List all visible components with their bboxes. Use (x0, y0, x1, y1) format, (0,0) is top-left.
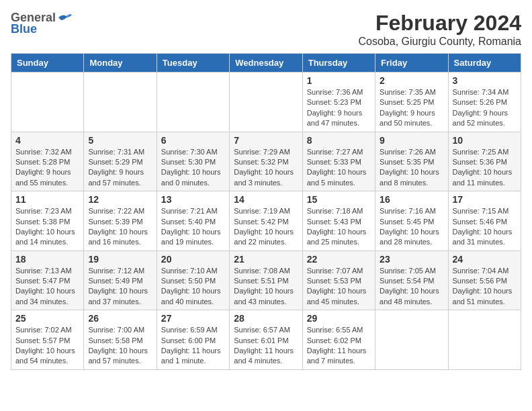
col-friday: Friday (375, 54, 448, 73)
day-number: 23 (380, 254, 443, 265)
day-info: Sunrise: 7:21 AM Sunset: 5:40 PM Dayligh… (161, 206, 225, 248)
calendar-cell: 19Sunrise: 7:12 AM Sunset: 5:49 PM Dayli… (84, 250, 157, 310)
calendar-cell: 3Sunrise: 7:34 AM Sunset: 5:26 PM Daylig… (448, 73, 521, 132)
calendar-cell: 20Sunrise: 7:10 AM Sunset: 5:50 PM Dayli… (157, 250, 229, 310)
calendar-cell (448, 310, 521, 370)
day-number: 27 (161, 313, 225, 324)
calendar-cell: 24Sunrise: 7:04 AM Sunset: 5:56 PM Dayli… (448, 250, 521, 310)
day-number: 8 (307, 135, 371, 146)
day-info: Sunrise: 7:05 AM Sunset: 5:54 PM Dayligh… (380, 266, 443, 308)
day-number: 3 (453, 75, 517, 86)
day-info: Sunrise: 7:30 AM Sunset: 5:30 PM Dayligh… (161, 147, 225, 189)
calendar-cell: 11Sunrise: 7:23 AM Sunset: 5:38 PM Dayli… (11, 191, 84, 251)
day-info: Sunrise: 7:08 AM Sunset: 5:51 PM Dayligh… (234, 266, 298, 308)
col-saturday: Saturday (448, 54, 521, 73)
day-number: 22 (307, 254, 371, 265)
calendar-cell: 8Sunrise: 7:27 AM Sunset: 5:33 PM Daylig… (302, 132, 375, 191)
day-info: Sunrise: 6:59 AM Sunset: 6:00 PM Dayligh… (161, 325, 225, 367)
calendar-cell (11, 73, 84, 132)
calendar-cell: 13Sunrise: 7:21 AM Sunset: 5:40 PM Dayli… (157, 191, 229, 251)
day-info: Sunrise: 7:22 AM Sunset: 5:39 PM Dayligh… (88, 206, 152, 248)
day-number: 15 (307, 194, 371, 205)
logo: General Blue (11, 11, 73, 36)
day-info: Sunrise: 7:26 AM Sunset: 5:35 PM Dayligh… (380, 147, 443, 189)
calendar-cell (157, 73, 229, 132)
calendar-cell: 18Sunrise: 7:13 AM Sunset: 5:47 PM Dayli… (11, 250, 84, 310)
day-info: Sunrise: 7:32 AM Sunset: 5:28 PM Dayligh… (15, 147, 79, 189)
day-info: Sunrise: 7:07 AM Sunset: 5:53 PM Dayligh… (307, 266, 371, 308)
calendar-cell: 17Sunrise: 7:15 AM Sunset: 5:46 PM Dayli… (448, 191, 521, 251)
day-info: Sunrise: 7:19 AM Sunset: 5:42 PM Dayligh… (234, 206, 298, 248)
day-info: Sunrise: 7:34 AM Sunset: 5:26 PM Dayligh… (453, 87, 517, 129)
day-info: Sunrise: 7:36 AM Sunset: 5:23 PM Dayligh… (307, 87, 371, 129)
page-subtitle: Cosoba, Giurgiu County, Romania (359, 36, 522, 48)
calendar-cell: 6Sunrise: 7:30 AM Sunset: 5:30 PM Daylig… (157, 132, 229, 191)
calendar-table: Sunday Monday Tuesday Wednesday Thursday… (11, 53, 521, 370)
day-number: 25 (15, 313, 79, 324)
calendar-cell: 2Sunrise: 7:35 AM Sunset: 5:25 PM Daylig… (375, 73, 448, 132)
week-row-2: 4Sunrise: 7:32 AM Sunset: 5:28 PM Daylig… (11, 132, 521, 191)
day-info: Sunrise: 7:35 AM Sunset: 5:25 PM Dayligh… (380, 87, 443, 129)
day-number: 17 (453, 194, 517, 205)
col-tuesday: Tuesday (157, 54, 229, 73)
day-number: 11 (15, 194, 79, 205)
calendar-cell: 15Sunrise: 7:18 AM Sunset: 5:43 PM Dayli… (302, 191, 375, 251)
calendar-cell: 5Sunrise: 7:31 AM Sunset: 5:29 PM Daylig… (84, 132, 157, 191)
calendar-cell: 28Sunrise: 6:57 AM Sunset: 6:01 PM Dayli… (230, 310, 302, 370)
logo-bird-icon (57, 12, 73, 24)
day-number: 28 (234, 313, 298, 324)
day-number: 6 (161, 135, 225, 146)
day-number: 24 (453, 254, 517, 265)
day-number: 29 (307, 313, 371, 324)
day-info: Sunrise: 7:29 AM Sunset: 5:32 PM Dayligh… (234, 147, 298, 189)
day-number: 10 (453, 135, 517, 146)
day-info: Sunrise: 7:04 AM Sunset: 5:56 PM Dayligh… (453, 266, 517, 308)
day-number: 21 (234, 254, 298, 265)
week-row-4: 18Sunrise: 7:13 AM Sunset: 5:47 PM Dayli… (11, 250, 521, 310)
calendar-cell: 7Sunrise: 7:29 AM Sunset: 5:32 PM Daylig… (230, 132, 302, 191)
day-info: Sunrise: 6:55 AM Sunset: 6:02 PM Dayligh… (307, 325, 371, 367)
day-number: 13 (161, 194, 225, 205)
day-number: 14 (234, 194, 298, 205)
day-info: Sunrise: 7:23 AM Sunset: 5:38 PM Dayligh… (15, 206, 79, 248)
day-number: 12 (88, 194, 152, 205)
day-number: 26 (88, 313, 152, 324)
page-title: February 2024 (359, 11, 522, 36)
calendar-cell: 9Sunrise: 7:26 AM Sunset: 5:35 PM Daylig… (375, 132, 448, 191)
page-header: General Blue February 2024 Cosoba, Giurg… (11, 11, 521, 48)
day-info: Sunrise: 7:12 AM Sunset: 5:49 PM Dayligh… (88, 266, 152, 308)
day-info: Sunrise: 7:15 AM Sunset: 5:46 PM Dayligh… (453, 206, 517, 248)
day-number: 19 (88, 254, 152, 265)
logo-blue-text: Blue (11, 22, 37, 36)
day-info: Sunrise: 7:27 AM Sunset: 5:33 PM Dayligh… (307, 147, 371, 189)
day-info: Sunrise: 7:16 AM Sunset: 5:45 PM Dayligh… (380, 206, 443, 248)
calendar-cell: 12Sunrise: 7:22 AM Sunset: 5:39 PM Dayli… (84, 191, 157, 251)
day-number: 4 (15, 135, 79, 146)
calendar-cell: 29Sunrise: 6:55 AM Sunset: 6:02 PM Dayli… (302, 310, 375, 370)
day-info: Sunrise: 7:13 AM Sunset: 5:47 PM Dayligh… (15, 266, 79, 308)
col-monday: Monday (84, 54, 157, 73)
calendar-cell (230, 73, 302, 132)
week-row-1: 1Sunrise: 7:36 AM Sunset: 5:23 PM Daylig… (11, 73, 521, 132)
calendar-cell: 1Sunrise: 7:36 AM Sunset: 5:23 PM Daylig… (302, 73, 375, 132)
day-info: Sunrise: 7:10 AM Sunset: 5:50 PM Dayligh… (161, 266, 225, 308)
calendar-cell: 4Sunrise: 7:32 AM Sunset: 5:28 PM Daylig… (11, 132, 84, 191)
day-number: 16 (380, 194, 443, 205)
calendar-cell: 21Sunrise: 7:08 AM Sunset: 5:51 PM Dayli… (230, 250, 302, 310)
col-wednesday: Wednesday (230, 54, 302, 73)
calendar-cell (84, 73, 157, 132)
calendar-cell: 16Sunrise: 7:16 AM Sunset: 5:45 PM Dayli… (375, 191, 448, 251)
title-block: February 2024 Cosoba, Giurgiu County, Ro… (359, 11, 522, 48)
week-row-3: 11Sunrise: 7:23 AM Sunset: 5:38 PM Dayli… (11, 191, 521, 251)
day-number: 20 (161, 254, 225, 265)
week-row-5: 25Sunrise: 7:02 AM Sunset: 5:57 PM Dayli… (11, 310, 521, 370)
calendar-cell: 27Sunrise: 6:59 AM Sunset: 6:00 PM Dayli… (157, 310, 229, 370)
calendar-header-row: Sunday Monday Tuesday Wednesday Thursday… (11, 54, 521, 73)
day-number: 1 (307, 75, 371, 86)
day-number: 18 (15, 254, 79, 265)
calendar-cell: 10Sunrise: 7:25 AM Sunset: 5:36 PM Dayli… (448, 132, 521, 191)
calendar-cell (375, 310, 448, 370)
day-number: 7 (234, 135, 298, 146)
day-info: Sunrise: 7:18 AM Sunset: 5:43 PM Dayligh… (307, 206, 371, 248)
day-number: 5 (88, 135, 152, 146)
